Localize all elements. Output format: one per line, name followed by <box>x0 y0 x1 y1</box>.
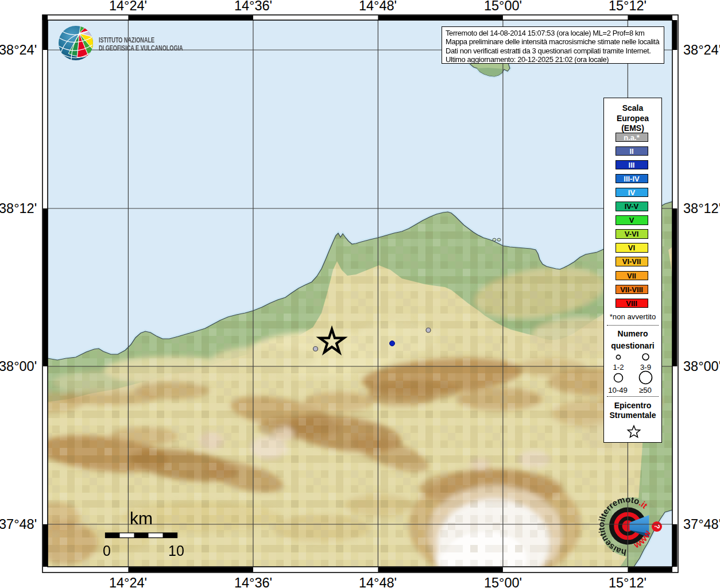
svg-text:10: 10 <box>168 543 184 559</box>
svg-text:1-2: 1-2 <box>613 363 624 372</box>
svg-text:≥50: ≥50 <box>639 386 652 394</box>
svg-text:?: ? <box>653 524 661 529</box>
svg-text:0: 0 <box>103 543 111 559</box>
svg-text:3-9: 3-9 <box>640 363 651 372</box>
svg-text:km: km <box>130 509 153 528</box>
svg-text:10-49: 10-49 <box>608 386 628 394</box>
